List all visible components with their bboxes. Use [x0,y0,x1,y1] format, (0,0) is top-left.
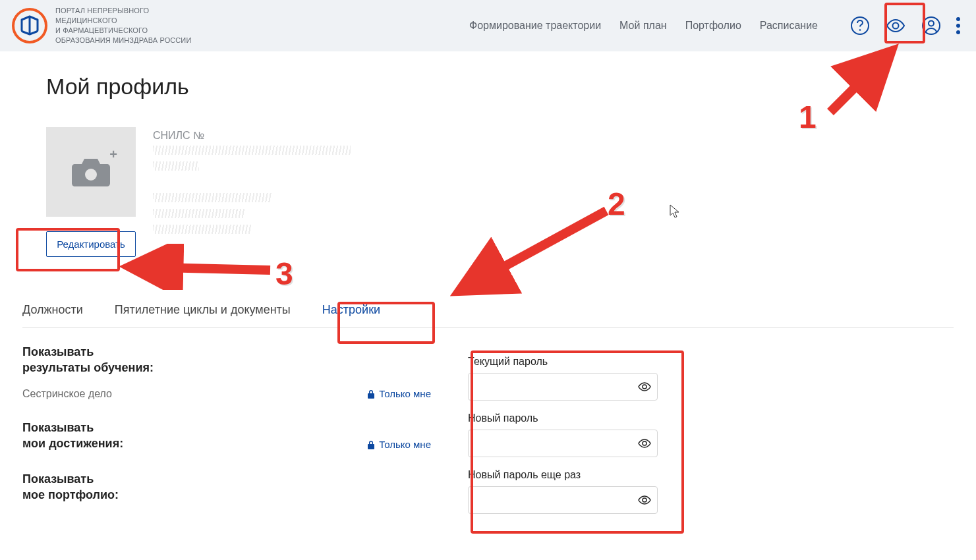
eye-icon[interactable] [638,380,651,393]
profile-icon[interactable] [919,14,943,38]
redacted-text [153,161,199,171]
main-content: Мой профиль + Редактировать СНИЛС № Долж… [0,51,976,540]
visibility-icon[interactable] [884,14,907,38]
svg-point-2 [859,29,861,31]
help-icon[interactable] [848,14,872,38]
svg-point-3 [893,23,899,29]
achievements-visibility-title: Показывать мои достижения: Только мне [22,420,431,452]
results-visibility-title: Показывать результаты обучения: [22,344,431,376]
svg-point-9 [643,498,646,502]
settings-panel: Показывать результаты обучения: Сестринс… [22,344,954,540]
tab-cycles[interactable]: Пятилетние циклы и документы [115,294,291,327]
eye-icon[interactable] [638,493,651,507]
avatar-column: + Редактировать [46,127,136,257]
profile-info: СНИЛС № [153,127,351,240]
visibility-settings: Показывать результаты обучения: Сестринс… [22,344,431,540]
page-title: Мой профиль [46,74,954,99]
results-nursing-item: Сестринское дело Только мне [22,388,431,400]
more-menu-icon[interactable] [955,13,962,38]
svg-point-7 [643,385,646,389]
camera-icon [71,156,111,188]
current-password-label: Текущий пароль [468,356,658,368]
only-me-chip[interactable]: Только мне [367,438,431,451]
lock-icon [367,440,375,449]
edit-button[interactable]: Редактировать [46,231,136,257]
snils-label: СНИЛС № [153,130,351,142]
new-password-label: Новый пароль [468,412,658,424]
current-password-input[interactable] [468,373,658,401]
redacted-text [153,225,252,234]
cursor-icon [670,204,680,219]
app-header: ПОРТАЛ НЕПРЕРЫВНОГО МЕДИЦИНСКОГО И ФАРМА… [0,0,976,51]
password-change-panel: Текущий пароль Новый пароль [457,344,668,540]
tab-positions[interactable]: Должности [22,294,83,327]
lock-icon [367,389,375,399]
logo-text: ПОРТАЛ НЕПРЕРЫВНОГО МЕДИЦИНСКОГО И ФАРМА… [55,6,191,45]
avatar-placeholder[interactable]: + [46,127,136,217]
logo-block: ПОРТАЛ НЕПРЕРЫВНОГО МЕДИЦИНСКОГО И ФАРМА… [12,6,191,45]
nursing-label: Сестринское дело [22,388,112,400]
nav-portfolio[interactable]: Портфолио [685,20,741,32]
nav-trajectory[interactable]: Формирование траектории [469,20,601,32]
portfolio-visibility-block: Показывать мое портфолио: [22,471,431,503]
results-visibility-block: Показывать результаты обучения: Сестринс… [22,344,431,400]
svg-point-8 [643,441,646,445]
profile-tabs: Должности Пятилетние циклы и документы Н… [22,294,954,328]
new-password-input[interactable] [468,430,658,457]
only-me-chip[interactable]: Только мне [367,388,431,399]
profile-summary: + Редактировать СНИЛС № [46,127,954,257]
nav-icons [848,13,962,38]
current-password-group: Текущий пароль [468,356,658,401]
new-password-group: Новый пароль [468,412,658,457]
svg-point-6 [85,169,97,181]
nav-schedule[interactable]: Расписание [760,20,818,32]
new-password-again-input[interactable] [468,486,658,514]
new-password-again-label: Новый пароль еще раз [468,469,658,481]
logo-icon [12,8,47,43]
new-password-again-group: Новый пароль еще раз [468,469,658,514]
redacted-text [153,209,245,218]
nav-my-plan[interactable]: Мой план [619,20,667,32]
achievements-visibility-block: Показывать мои достижения: Только мне [22,420,431,452]
tab-settings[interactable]: Настройки [322,294,380,327]
main-nav: Формирование траектории Мой план Портфол… [469,13,962,38]
redacted-text [153,146,351,155]
plus-icon: + [109,147,117,162]
redacted-text [153,193,272,202]
portfolio-visibility-title: Показывать мое портфолио: [22,471,431,503]
svg-point-5 [929,21,934,26]
eye-icon[interactable] [638,437,651,450]
